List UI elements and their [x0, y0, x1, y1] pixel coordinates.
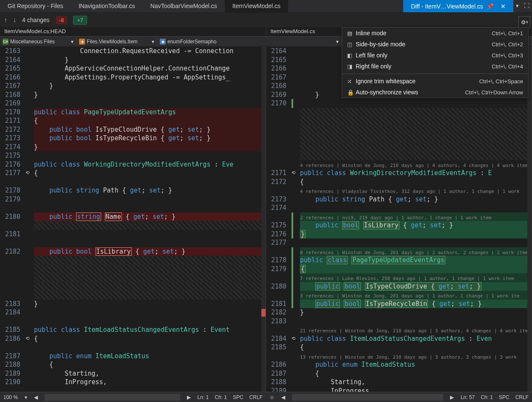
left-file-header: ItemViewModel.cs;HEAD — [0, 27, 266, 36]
minimap-left[interactable] — [261, 47, 266, 392]
tab-inav[interactable]: INavigationToolbar.cs — [71, 0, 143, 12]
h-scrollbar[interactable] — [292, 394, 443, 401]
dd-enum[interactable]: ◆ enumFolderSemapho ▾ — [157, 37, 342, 46]
diff-view: 2163216421652166216721682169217021712172… — [0, 47, 532, 392]
zoom-dropdown-icon[interactable]: ▾ — [25, 394, 27, 400]
char-number-right: Ch: 1 — [481, 394, 493, 400]
scroll-left-icon[interactable]: ◀ — [281, 394, 285, 400]
tab-bar: Git Repository - Files INavigationToolba… — [0, 0, 532, 13]
menu-ignore-ws[interactable]: ⤭ Ignore trim whitespace Ctrl+\, Ctrl+Sp… — [342, 76, 528, 87]
pin-icon[interactable]: 📌 — [487, 3, 494, 10]
expand-icon[interactable]: ⛶ — [521, 0, 532, 12]
removed-badge: -8 — [56, 16, 68, 24]
line-ending[interactable]: CRLF — [249, 394, 263, 400]
lock-icon: 🔒 — [347, 89, 356, 96]
feedback-icon[interactable]: ☺ — [269, 394, 274, 400]
rightonly-icon: ◨ — [347, 63, 356, 70]
menu-separator — [342, 74, 528, 74]
dd-misc-files[interactable]: C# Miscellaneous Files ▾ — [0, 37, 76, 46]
view-mode-menu: ▤ Inline mode Ctrl+\, Ctrl+1 ◫ Side-by-s… — [342, 27, 529, 98]
scroll-right-icon[interactable]: ▶ — [187, 394, 191, 400]
close-icon[interactable]: ✕ — [501, 3, 506, 10]
char-number-left: Ch: 1 — [215, 394, 227, 400]
inline-icon: ▤ — [347, 30, 356, 37]
left-pane[interactable]: 2163216421652166216721682169217021712172… — [0, 47, 266, 392]
menu-right-only[interactable]: ◨ Right file only Ctrl+\, Ctrl+4 — [342, 61, 528, 72]
dropdown-icon[interactable]: ▾ — [513, 0, 521, 12]
tab-navtoolbar[interactable]: NavToolbarViewModel.cs — [143, 0, 225, 12]
prev-change-button[interactable]: ↑ — [4, 17, 7, 23]
added-badge: +7 — [73, 16, 87, 25]
tab-diff-label: Diff - ItemV…ViewModel.cs — [411, 3, 483, 10]
menu-side-by-side[interactable]: ◫ Side-by-side mode Ctrl+\, Ctrl+2 — [342, 39, 528, 50]
member-icon: ◆ — [160, 39, 166, 45]
minimap-right[interactable] — [527, 47, 532, 392]
namespace-icon: ⬗ — [79, 39, 85, 45]
tab-itemvm[interactable]: ItemViewModel.cs — [225, 0, 288, 12]
menu-inline-mode[interactable]: ▤ Inline mode Ctrl+\, Ctrl+1 — [342, 28, 528, 39]
next-change-button[interactable]: ↓ — [13, 17, 16, 23]
tab-diff[interactable]: Diff - ItemV…ViewModel.cs 📌 ✕ — [403, 0, 513, 12]
indent-mode[interactable]: SPC — [233, 394, 243, 400]
gear-icon: ⚙ — [521, 19, 526, 25]
dd-viewmodels[interactable]: ⬗ Files.ViewModels.Item ▾ — [76, 37, 157, 46]
menu-left-only[interactable]: ◧ Left file only Ctrl+\, Ctrl+3 — [342, 50, 528, 61]
line-number-right: Ln: 57 — [461, 394, 475, 400]
status-bar: 100 % ▾ ◀ ▶ Ln: 1 Ch: 1 SPC CRLF ☺ ◀ ▶ L… — [0, 392, 532, 402]
tab-git-repo[interactable]: Git Repository - Files — [0, 0, 71, 12]
zoom-level[interactable]: 100 % — [3, 394, 18, 400]
sidebyside-icon: ◫ — [347, 41, 356, 48]
leftonly-icon: ◧ — [347, 52, 356, 59]
h-scrollbar[interactable] — [45, 394, 180, 401]
change-count: 4 changes — [22, 17, 50, 23]
line-number-left: Ln: 1 — [198, 394, 209, 400]
line-ending[interactable]: CRLF — [515, 394, 529, 400]
scroll-left-icon[interactable]: ◀ — [34, 394, 38, 400]
whitespace-icon: ⤭ — [347, 78, 356, 85]
diff-toolbar: ↑ ↓ 4 changes -8 +7 — [0, 13, 532, 27]
settings-button[interactable]: ⚙▾ — [518, 16, 530, 28]
csharp-icon: C# — [3, 39, 8, 45]
indent-mode[interactable]: SPC — [499, 394, 509, 400]
scroll-right-icon[interactable]: ▶ — [450, 394, 454, 400]
menu-auto-sync[interactable]: 🔒 Auto-synchronize views Ctrl+\, Ctrl+Do… — [342, 87, 528, 98]
right-pane[interactable]: 2164216521662167216821692170217121722173… — [266, 47, 532, 392]
